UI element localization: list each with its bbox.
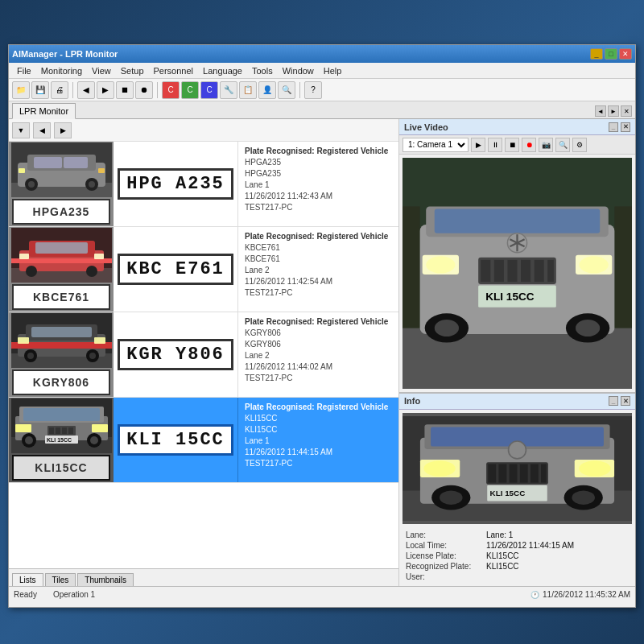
filter-prev-btn[interactable]: ◀: [33, 122, 51, 138]
lpr-panel: ▼ ◀ ▶: [9, 119, 399, 586]
plate-badge-3: KGRY806: [12, 369, 110, 395]
svg-point-20: [26, 266, 37, 277]
svg-rect-39: [15, 424, 31, 432]
toolbar-btn-6[interactable]: ⏹: [116, 81, 134, 99]
plate-large-1: HPG A235: [114, 142, 238, 226]
plate-badge-2: KBCE761: [12, 284, 110, 310]
menu-help[interactable]: Help: [319, 64, 347, 77]
app-title: AIManager - LPR Monitor: [12, 49, 118, 59]
live-video-svg: KLI 15CC: [402, 158, 632, 389]
toolbar-btn-4[interactable]: ◀: [77, 81, 95, 99]
right-panel: Live Video _ ✕ 1: Camera 1 ▶ ⏸ ⏹ ⏺ 📷 🔍: [399, 119, 635, 586]
filter-next-btn[interactable]: ▶: [54, 122, 72, 138]
vid-zoom-btn[interactable]: 🔍: [555, 138, 570, 152]
video-minimize-btn[interactable]: _: [609, 122, 618, 132]
vid-stop-btn[interactable]: ⏹: [505, 138, 519, 152]
toolbar-btn-cam2[interactable]: C: [181, 81, 199, 99]
info-minimize-btn[interactable]: _: [609, 396, 618, 406]
svg-rect-42: [49, 427, 54, 434]
tab-close-button[interactable]: ✕: [621, 105, 632, 117]
lpr-item-2[interactable]: KBCE761 KBC E761 Plate Recognised: Regis…: [9, 227, 398, 312]
info-title-bar: Info _ ✕: [399, 394, 635, 410]
info-row-lane: Lane: Lane: 1: [406, 530, 629, 539]
menu-personnel[interactable]: Personnel: [149, 64, 199, 77]
tab-lpr-monitor[interactable]: LPR Monitor: [12, 103, 76, 119]
plate-display-4: KLI 15CC: [118, 424, 233, 456]
toolbar-btn-9[interactable]: 📋: [239, 81, 257, 99]
menu-monitoring[interactable]: Monitoring: [36, 64, 87, 77]
toolbar-btn-5[interactable]: ▶: [97, 81, 114, 99]
plate-badge-1: HPGA235: [12, 199, 110, 225]
recognized-value: KLI15CC: [486, 562, 519, 571]
toolbar-btn-cam3[interactable]: C: [200, 81, 218, 99]
lpr-item-3[interactable]: KGRY806 KGR Y806 Plate Recognised: Regis…: [9, 312, 398, 398]
vid-play-btn[interactable]: ▶: [471, 138, 485, 152]
maximize-button[interactable]: □: [605, 48, 617, 60]
camera-select[interactable]: 1: Camera 1: [402, 138, 469, 152]
vid-snapshot-btn[interactable]: 📷: [539, 138, 553, 152]
car-photo-1: [9, 142, 114, 197]
svg-point-103: [572, 490, 595, 505]
toolbar-btn-3[interactable]: 🖨: [51, 81, 68, 99]
svg-rect-45: [68, 427, 73, 434]
svg-rect-96: [541, 464, 547, 482]
svg-point-47: [25, 436, 33, 444]
svg-point-33: [89, 353, 96, 359]
tab-forward-button[interactable]: ►: [608, 105, 619, 117]
tab-lists[interactable]: Lists: [12, 573, 43, 586]
toolbar-btn-8[interactable]: 🔧: [220, 81, 237, 99]
vid-settings-btn[interactable]: ⚙: [572, 138, 587, 152]
menu-tools[interactable]: Tools: [247, 64, 278, 77]
toolbar-btn-2[interactable]: 💾: [31, 81, 49, 99]
svg-point-62: [426, 256, 455, 273]
live-video-title: Live Video: [404, 122, 448, 132]
tab-thumbnails[interactable]: Thumbnails: [77, 573, 134, 586]
lpr-item-1[interactable]: HPGA235 HPG A235 Plate Recognised: Regis…: [9, 142, 398, 227]
svg-rect-27: [31, 327, 92, 337]
svg-text:KLI 15CC: KLI 15CC: [485, 291, 535, 303]
svg-rect-11: [98, 168, 105, 173]
status-operation-text: Operation 1: [53, 590, 95, 599]
toolbar-btn-10[interactable]: 👤: [258, 81, 276, 99]
toolbar-btn-1[interactable]: 📁: [12, 81, 30, 99]
tab-tiles[interactable]: Tiles: [45, 573, 76, 586]
svg-rect-18: [19, 254, 29, 259]
vid-record-btn[interactable]: ⏺: [522, 138, 536, 152]
toolbar-btn-11[interactable]: 🔍: [278, 81, 295, 99]
menu-view[interactable]: View: [87, 64, 116, 77]
live-video-title-bar: Live Video _ ✕: [399, 119, 635, 135]
menu-language[interactable]: Language: [198, 64, 247, 77]
svg-rect-44: [62, 427, 67, 434]
svg-rect-28: [18, 337, 29, 344]
svg-point-63: [580, 256, 609, 273]
info-car-thumbnail: KLI 15CC: [402, 413, 632, 524]
svg-rect-95: [530, 464, 539, 482]
tab-back-button[interactable]: ◄: [595, 105, 606, 117]
info-car-svg: KLI 15CC: [402, 416, 632, 521]
vid-pause-btn[interactable]: ⏸: [488, 138, 502, 152]
svg-rect-59: [435, 208, 600, 233]
status-operation: Operation 1: [53, 590, 95, 599]
minimize-button[interactable]: _: [590, 48, 603, 60]
svg-point-31: [27, 353, 34, 359]
video-close-btn[interactable]: ✕: [621, 122, 630, 132]
plate-display-2: KBC E761: [118, 254, 233, 285]
info-close-btn[interactable]: ✕: [621, 396, 630, 406]
plate-display-1: HPG A235: [118, 168, 233, 200]
info-panel-controls: _ ✕: [609, 396, 630, 406]
menu-file[interactable]: File: [12, 64, 36, 77]
close-button[interactable]: ✕: [619, 48, 632, 60]
menu-setup[interactable]: Setup: [116, 64, 149, 77]
svg-rect-5: [64, 157, 88, 168]
menu-window[interactable]: Window: [278, 64, 319, 77]
svg-rect-4: [34, 157, 62, 168]
svg-rect-70: [547, 260, 554, 282]
lpr-list[interactable]: HPGA235 HPG A235 Plate Recognised: Regis…: [9, 142, 398, 568]
lpr-item-4[interactable]: KLI 15CC KLI15CC KLI 15CC: [9, 398, 398, 483]
status-bar: Ready Operation 1 🕐 11/26/2012 11:45:32 …: [9, 586, 635, 602]
toolbar-btn-help[interactable]: ?: [304, 81, 322, 99]
toolbar-btn-7[interactable]: ⏺: [135, 81, 153, 99]
info-panel: Info _ ✕: [399, 393, 635, 586]
toolbar-btn-cam1[interactable]: C: [162, 81, 180, 99]
filter-dropdown-btn[interactable]: ▼: [12, 122, 30, 138]
